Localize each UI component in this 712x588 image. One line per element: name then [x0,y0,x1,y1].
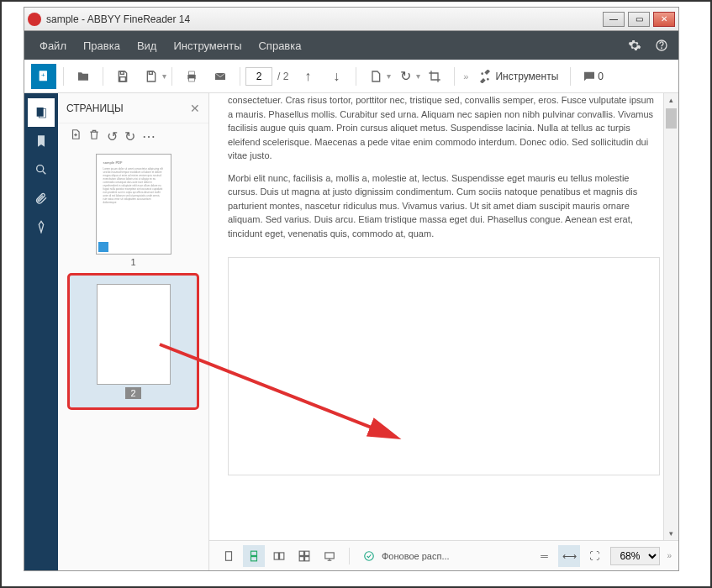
rotate-left-icon[interactable]: ↺ [107,129,118,144]
status-bar: Фоновое расп... ═ ⟷ ⛶ 68% » [209,540,678,570]
menu-edit[interactable]: Правка [75,36,129,55]
page-up-button[interactable]: ↑ [295,64,320,89]
bg-recognition-label: Фоновое расп... [382,551,450,561]
svg-point-1 [662,48,662,49]
svg-rect-5 [120,76,126,81]
svg-rect-18 [251,556,257,560]
mail-button[interactable] [208,64,233,89]
add-doc-chevron-icon[interactable]: ▾ [387,71,391,81]
settings-icon[interactable] [625,35,645,55]
svg-rect-4 [120,71,124,74]
page-down-button[interactable]: ↓ [324,64,349,89]
app-icon [28,13,41,26]
delete-icon[interactable] [88,129,100,144]
scrollbar-thumb[interactable] [666,108,677,129]
view-presentation-button[interactable] [319,545,340,567]
rail-signature-button[interactable] [28,213,55,241]
pages-tools: ↺ ↻ ⋯ [58,123,208,149]
thumb-image-2 [97,284,171,385]
document-viewport[interactable]: consectetuer. Cras risus tortor, porttit… [209,93,678,540]
rotate-button[interactable]: ↻ [393,64,418,89]
svg-rect-23 [299,556,303,560]
svg-rect-22 [305,551,309,555]
scroll-down-arrow-icon[interactable]: ▾ [664,527,678,540]
rail-attachments-button[interactable] [28,184,55,213]
svg-point-15 [37,165,44,172]
rail-bookmarks-button[interactable] [28,127,55,155]
thumb-label-1: 1 [130,257,135,267]
toolbar: + ▾ / 2 ↑ ↓ ▾ ↻▾ » [24,60,678,93]
svg-point-12 [487,78,489,81]
pages-panel-close-button[interactable]: ✕ [190,102,200,115]
rail-pages-button[interactable] [28,98,55,127]
close-button[interactable]: ✕ [653,12,675,27]
more-chevron-icon[interactable]: » [463,71,468,81]
page-input[interactable] [245,67,272,86]
svg-point-11 [482,72,484,75]
menu-tools[interactable]: Инструменты [165,36,250,55]
window-title: sample - ABBYY FineReader 14 [46,13,603,25]
menu-view[interactable]: Вид [129,36,166,55]
menu-file[interactable]: Файл [31,36,75,55]
bg-recognition-icon[interactable] [358,545,380,567]
document-text: consectetuer. Cras risus tortor, porttit… [228,93,660,240]
tools-dropdown[interactable]: Инструменты [472,64,565,89]
zoom-select[interactable]: 68% [610,547,660,565]
document-blank-page [228,257,660,475]
scroll-up-arrow-icon[interactable]: ▴ [664,93,678,107]
view-continuous-button[interactable] [243,545,265,567]
fit-height-button[interactable]: ═ [533,545,555,567]
fit-width-button[interactable]: ⟷ [558,545,580,567]
svg-rect-25 [325,552,335,558]
thumb-image-1: sample PDF Lorem ipsum dolor sit amet co… [96,154,171,255]
app-window: sample - ABBYY FineReader 14 — ▭ ✕ Файл … [24,7,679,571]
view-facing-button[interactable] [268,545,290,567]
maximize-button[interactable]: ▭ [628,12,650,27]
fit-fullscreen-button[interactable]: ⛶ [583,545,605,567]
view-facing-continuous-button[interactable] [293,545,315,567]
svg-rect-9 [189,78,195,81]
svg-text:+: + [41,71,45,79]
svg-rect-16 [226,551,232,560]
save-as-button[interactable] [139,64,164,89]
print-button[interactable] [179,64,204,89]
svg-rect-19 [274,552,278,559]
more-icon[interactable]: ⋯ [142,129,156,144]
page-total-label: / 2 [277,71,288,82]
menu-bar: Файл Правка Вид Инструменты Справка [24,31,678,60]
pages-panel-header: СТРАНИЦЫ ✕ [58,93,208,123]
save-as-chevron-icon[interactable]: ▾ [162,71,166,81]
view-single-page-button[interactable] [218,545,240,567]
page-thumb-1[interactable]: sample PDF Lorem ipsum dolor sit amet co… [70,154,197,267]
add-page-icon[interactable] [70,129,82,144]
add-page-button[interactable]: + [31,64,56,89]
document-area: consectetuer. Cras risus tortor, porttit… [209,93,678,570]
add-doc-button[interactable] [363,64,388,89]
thumbnails-area: sample PDF Lorem ipsum dolor sit amet co… [58,149,208,570]
save-button[interactable] [110,64,135,89]
svg-rect-8 [189,71,195,75]
rotate-chevron-icon[interactable]: ▾ [416,71,420,81]
left-rail [24,93,58,570]
vertical-scrollbar[interactable]: ▴ ▾ [663,93,678,540]
body-area: СТРАНИЦЫ ✕ ↺ ↻ ⋯ sample PDF Lorem ipsu [24,93,678,570]
svg-rect-6 [149,71,152,74]
open-folder-button[interactable] [71,64,96,89]
help-icon[interactable] [651,35,672,55]
pages-panel-title: СТРАНИЦЫ [66,102,124,114]
title-bar: sample - ABBYY FineReader 14 — ▭ ✕ [24,8,678,31]
rotate-right-icon[interactable]: ↻ [124,129,135,144]
rail-search-button[interactable] [28,155,55,184]
svg-rect-24 [305,556,309,560]
status-more-chevron-icon[interactable]: » [667,551,672,560]
menu-help[interactable]: Справка [250,36,309,55]
crop-button[interactable] [422,64,447,89]
svg-point-26 [365,551,374,560]
document-paragraph: Morbi elit nunc, facilisis a, mollis a, … [228,171,660,241]
svg-rect-21 [299,551,303,555]
page-thumb-2[interactable]: 2 [70,276,197,407]
svg-rect-20 [280,552,284,559]
comments-button[interactable]: 0 [576,64,610,89]
minimize-button[interactable]: — [603,12,625,27]
pages-panel: СТРАНИЦЫ ✕ ↺ ↻ ⋯ sample PDF Lorem ipsu [58,93,209,570]
